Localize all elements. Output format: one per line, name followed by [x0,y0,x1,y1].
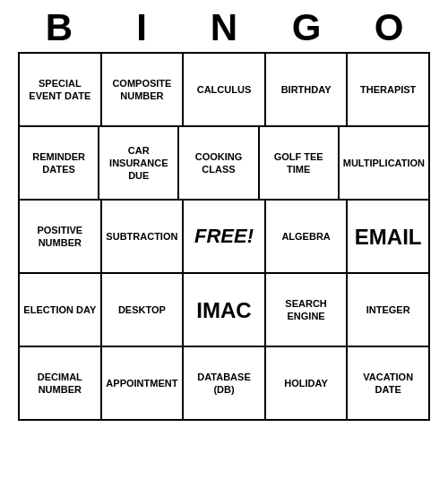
bingo-cell-2-2: Free! [184,201,266,274]
header-letter-n: N [183,7,265,48]
bingo-row-2: POSITIVE NUMBERSUBTRACTIONFree!ALGEBRAEM… [20,201,430,274]
bingo-cell-1-0: REMINDER DATES [20,127,99,201]
bingo-cell-3-1: DESKTOP [102,274,185,347]
bingo-cell-2-0: POSITIVE NUMBER [20,201,102,274]
bingo-cell-4-0: DECIMAL NUMBER [20,347,102,421]
bingo-cell-0-3: BIRTHDAY [266,54,349,127]
bingo-cell-0-1: COMPOSITE NUMBER [102,54,185,127]
bingo-cell-1-2: COOKING CLASS [179,127,259,201]
bingo-cell-3-4: INTEGER [348,274,430,347]
bingo-cell-2-4: EMAIL [348,201,430,274]
bingo-row-3: ELECTION DAYDESKTOPIMACSEARCH ENGINEINTE… [20,274,430,347]
bingo-cell-3-2: IMAC [184,274,266,347]
header-letter-g: G [265,7,348,48]
bingo-row-0: SPECIAL EVENT DATECOMPOSITE NUMBERCALCUL… [20,54,430,127]
header-letter-b: B [18,7,100,48]
bingo-cell-1-4: MULTIPLICATION [340,127,430,201]
bingo-cell-4-2: DATABASE (DB) [184,347,266,421]
bingo-cell-4-1: APPOINTMENT [102,347,185,421]
bingo-row-4: DECIMAL NUMBERAPPOINTMENTDATABASE (DB)HO… [20,347,430,421]
header-letter-i: I [100,7,183,48]
bingo-grid: SPECIAL EVENT DATECOMPOSITE NUMBERCALCUL… [18,52,430,421]
bingo-header: BINGO [18,7,430,48]
bingo-cell-0-0: SPECIAL EVENT DATE [20,54,102,127]
bingo-cell-0-4: THERAPIST [348,54,430,127]
bingo-cell-3-0: ELECTION DAY [20,274,102,347]
bingo-cell-2-1: SUBTRACTION [102,201,185,274]
bingo-cell-2-3: ALGEBRA [266,201,349,274]
bingo-cell-0-2: CALCULUS [184,54,266,127]
bingo-cell-4-3: HOLIDAY [266,347,349,421]
bingo-cell-4-4: VACATION DATE [348,347,430,421]
bingo-row-1: REMINDER DATESCAR INSURANCE DUECOOKING C… [20,127,430,201]
bingo-cell-1-1: CAR INSURANCE DUE [99,127,179,201]
header-letter-o: O [348,7,430,48]
bingo-cell-1-3: GOLF TEE TIME [260,127,340,201]
bingo-cell-3-3: SEARCH ENGINE [266,274,349,347]
